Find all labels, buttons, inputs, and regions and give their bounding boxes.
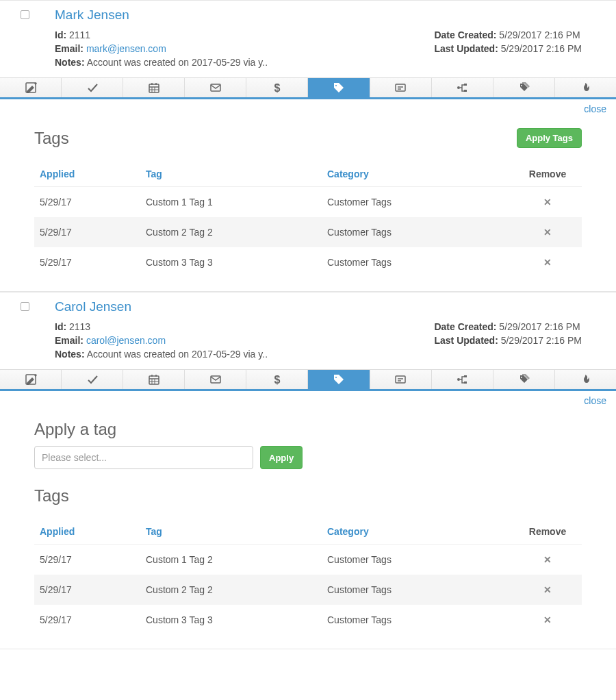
col-remove: Remove [513, 519, 582, 545]
tag-icon [333, 373, 345, 386]
edit-icon [25, 373, 37, 386]
cell-tag: Custom 3 Tag 3 [140, 605, 322, 635]
field-id: Id: 2113 [55, 321, 268, 332]
tags-icon [517, 373, 530, 386]
tag-select[interactable]: Please select... [34, 446, 253, 469]
remove-button[interactable]: ✕ [543, 197, 552, 208]
tab-segments[interactable] [493, 370, 555, 389]
col-remove: Remove [513, 162, 582, 187]
tab-edit[interactable] [0, 78, 62, 97]
cell-applied: 5/29/17 [34, 605, 140, 635]
email-link[interactable]: carol@jensen.com [86, 335, 166, 346]
tab-tasks[interactable] [62, 370, 123, 389]
field-email: Email: mark@jensen.com [55, 43, 268, 54]
select-checkbox[interactable] [21, 10, 29, 19]
table-row: 5/29/17Custom 1 Tag 2Customer Tags✕ [34, 545, 582, 575]
cell-category: Customer Tags [322, 247, 513, 277]
field-notes: Notes: Account was created on 2017-05-29… [55, 57, 268, 68]
dollar-icon [271, 373, 283, 386]
cell-category: Customer Tags [322, 187, 513, 218]
remove-button[interactable]: ✕ [543, 257, 552, 268]
contact-record: Carol JensenId: 2113Email: carol@jensen.… [0, 292, 616, 649]
cell-tag: Custom 2 Tag 2 [140, 575, 322, 605]
calendar-icon [148, 373, 160, 386]
col-applied[interactable]: Applied [34, 162, 140, 187]
tree-icon [456, 82, 468, 94]
tab-relations[interactable] [432, 370, 493, 389]
tab-tags[interactable] [308, 370, 370, 389]
cell-applied: 5/29/17 [34, 187, 140, 218]
close-link[interactable]: close [584, 395, 606, 406]
email-link[interactable]: mark@jensen.com [86, 43, 166, 54]
tags-panel: TagsApply TagsAppliedTagCategoryRemove5/… [0, 114, 616, 292]
field-date-created: Date Created: 5/29/2017 2:16 PM [434, 321, 582, 332]
tree-icon [456, 373, 468, 386]
col-applied[interactable]: Applied [34, 519, 140, 545]
calendar-icon [148, 82, 160, 94]
tab-details[interactable] [370, 78, 432, 97]
field-email: Email: carol@jensen.com [55, 335, 268, 346]
tab-relations[interactable] [432, 78, 493, 97]
tags-table: AppliedTagCategoryRemove5/29/17Custom 1 … [34, 519, 582, 635]
cell-category: Customer Tags [322, 545, 513, 575]
contact-name-link[interactable]: Mark Jensen [55, 8, 609, 23]
tab-bar [0, 77, 616, 99]
cell-applied: 5/29/17 [34, 247, 140, 277]
check-icon [86, 82, 99, 94]
tab-tags[interactable] [308, 78, 370, 97]
tab-calendar[interactable] [123, 370, 185, 389]
remove-button[interactable]: ✕ [543, 614, 552, 625]
apply-tag-heading: Apply a tag [34, 420, 582, 439]
tab-activity[interactable] [555, 370, 616, 389]
cell-tag: Custom 3 Tag 3 [140, 247, 322, 277]
field-date-created: Date Created: 5/29/2017 2:16 PM [434, 29, 582, 40]
tags-heading: Tags [34, 129, 69, 148]
tab-details[interactable] [370, 370, 432, 389]
cell-category: Customer Tags [322, 605, 513, 635]
col-tag[interactable]: Tag [140, 162, 322, 187]
apply-tags-button[interactable]: Apply Tags [517, 128, 582, 148]
tab-mail[interactable] [185, 370, 246, 389]
tags-heading: Tags [34, 486, 582, 505]
tab-calendar[interactable] [123, 78, 185, 97]
close-link[interactable]: close [584, 103, 606, 114]
col-tag[interactable]: Tag [140, 519, 322, 545]
tab-billing[interactable] [246, 370, 308, 389]
field-id: Id: 2111 [55, 29, 268, 40]
cell-applied: 5/29/17 [34, 217, 140, 247]
fire-icon [579, 373, 591, 386]
tab-mail[interactable] [185, 78, 246, 97]
table-row: 5/29/17Custom 2 Tag 2Customer Tags✕ [34, 217, 582, 247]
cell-applied: 5/29/17 [34, 575, 140, 605]
tab-activity[interactable] [555, 78, 616, 97]
cell-category: Customer Tags [322, 575, 513, 605]
tab-billing[interactable] [246, 78, 308, 97]
tab-segments[interactable] [493, 78, 555, 97]
apply-button[interactable]: Apply [260, 446, 303, 469]
cell-category: Customer Tags [322, 217, 513, 247]
mail-icon [209, 82, 222, 94]
remove-button[interactable]: ✕ [543, 554, 552, 565]
cell-tag: Custom 1 Tag 1 [140, 187, 322, 218]
edit-icon [25, 82, 37, 94]
tags-table: AppliedTagCategoryRemove5/29/17Custom 1 … [34, 162, 582, 277]
remove-button[interactable]: ✕ [543, 584, 552, 595]
col-category[interactable]: Category [322, 519, 513, 545]
tags-icon [517, 82, 530, 94]
tab-tasks[interactable] [62, 78, 123, 97]
table-row: 5/29/17Custom 3 Tag 3Customer Tags✕ [34, 605, 582, 635]
tag-icon [333, 82, 345, 94]
check-icon [86, 373, 99, 386]
remove-button[interactable]: ✕ [543, 227, 552, 238]
col-category[interactable]: Category [322, 162, 513, 187]
tags-panel: Apply a tagPlease select...ApplyTagsAppl… [0, 406, 616, 649]
cell-tag: Custom 1 Tag 2 [140, 545, 322, 575]
dollar-icon [271, 82, 283, 94]
select-checkbox[interactable] [21, 302, 29, 311]
tab-edit[interactable] [0, 370, 62, 389]
cell-applied: 5/29/17 [34, 545, 140, 575]
contact-name-link[interactable]: Carol Jensen [55, 299, 609, 314]
card-icon [394, 82, 407, 94]
field-notes: Notes: Account was created on 2017-05-29… [55, 349, 268, 360]
cell-tag: Custom 2 Tag 2 [140, 217, 322, 247]
